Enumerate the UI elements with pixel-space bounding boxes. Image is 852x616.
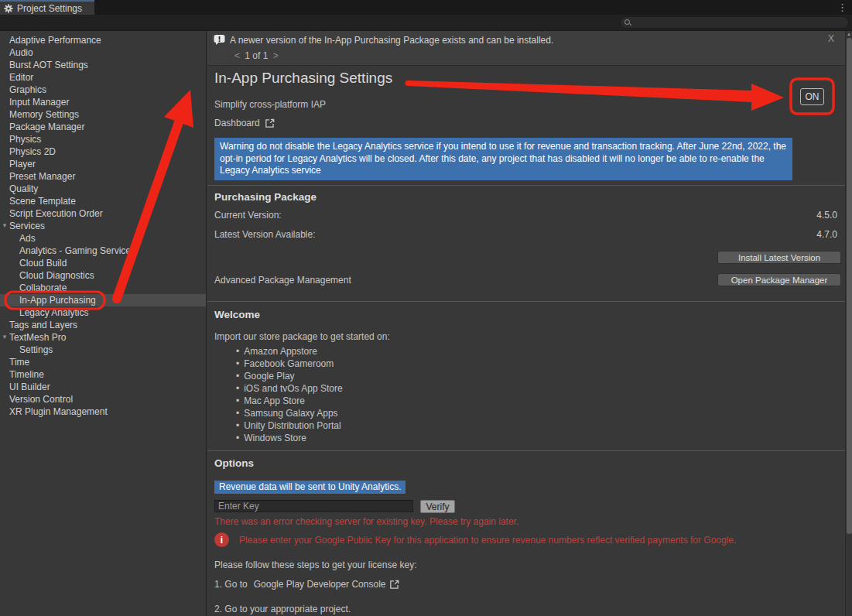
bullet-icon: •	[236, 420, 239, 431]
welcome-intro: Import our store package to get started …	[214, 331, 390, 342]
vertical-scrollbar[interactable]: ▲	[845, 31, 852, 616]
sidebar-item-adaptive-performance[interactable]: Adaptive Performance	[0, 34, 206, 46]
sidebar-item-package-manager[interactable]: Package Manager	[0, 121, 206, 133]
google-play-console-link[interactable]: Google Play Developer Console	[254, 579, 386, 590]
expander-icon[interactable]: ▼	[2, 220, 8, 232]
list-item: •Unity Distribution Portal	[236, 419, 343, 432]
sidebar-item-input-manager[interactable]: Input Manager	[0, 96, 206, 108]
install-latest-version-button[interactable]: Install Latest Version	[717, 251, 841, 264]
section-divider	[207, 185, 845, 186]
section-divider	[207, 450, 845, 451]
step-2: 2. Go to your appropriate project.	[214, 604, 351, 614]
bullet-icon: •	[236, 371, 239, 382]
list-item: •Facebook Gameroom	[236, 358, 343, 370]
steps-intro: Please follow these steps to get your li…	[214, 560, 416, 570]
sidebar-item-timeline[interactable]: Timeline	[0, 368, 206, 381]
search-input[interactable]	[631, 17, 848, 28]
sidebar-item-physics[interactable]: Physics	[0, 133, 206, 145]
current-version-value: 4.5.0	[816, 210, 837, 221]
console-warning-icon	[214, 34, 225, 46]
gear-icon	[4, 4, 13, 13]
sidebar-item-time[interactable]: Time	[0, 356, 206, 368]
sidebar-item-services[interactable]: ▼Services	[0, 220, 206, 232]
sidebar-item-legacy-analytics[interactable]: Legacy Analytics	[0, 306, 206, 319]
search-icon	[624, 19, 631, 26]
sidebar-item-cloud-build[interactable]: Cloud Build	[0, 257, 206, 269]
bullet-icon: •	[236, 408, 239, 419]
scroll-up-icon[interactable]: ▲	[846, 32, 852, 36]
banner-message: A newer version of the In-App Purchasing…	[230, 35, 553, 46]
sidebar-item-audio[interactable]: Audio	[0, 46, 206, 59]
sidebar-item-ui-builder[interactable]: UI Builder	[0, 381, 206, 393]
latest-version-row: Latest Version Available: 4.7.0	[214, 229, 837, 241]
main-panel: A newer version of the In-App Purchasing…	[207, 31, 852, 616]
tab-project-settings[interactable]: Project Settings	[0, 0, 94, 15]
sidebar-item-graphics[interactable]: Graphics	[0, 84, 206, 96]
list-item: •Mac App Store	[236, 395, 343, 407]
service-toggle-on-button[interactable]: ON	[800, 88, 824, 105]
store-list: •Amazon Appstore •Facebook Gameroom •Goo…	[236, 345, 343, 444]
verify-button[interactable]: Verify	[420, 500, 455, 513]
bullet-icon: •	[236, 358, 239, 369]
list-item: •Amazon Appstore	[236, 345, 343, 358]
sidebar-item-preset-manager[interactable]: Preset Manager	[0, 170, 206, 183]
sidebar-item-editor[interactable]: Editor	[0, 71, 206, 84]
license-key-input[interactable]	[214, 500, 413, 512]
sidebar-item-tmp-settings[interactable]: Settings	[0, 344, 206, 356]
sidebar-item-burst-aot[interactable]: Burst AOT Settings	[0, 59, 206, 71]
search-box[interactable]	[620, 16, 849, 29]
next-page-chevron[interactable]: >	[271, 50, 281, 61]
page-title: In-App Purchasing Settings	[214, 70, 392, 87]
purchasing-package-title: Purchasing Package	[214, 191, 317, 203]
sidebar-item-ads[interactable]: Ads	[0, 232, 206, 245]
current-version-row: Current Version: 4.5.0	[214, 210, 837, 222]
analytics-notice-badge: Revenue data will be sent to Unity Analy…	[214, 481, 405, 494]
sidebar-item-in-app-purchasing[interactable]: In-App Purchasing	[0, 294, 206, 306]
sidebar-item-xr-plugin-management[interactable]: XR Plugin Management	[0, 406, 206, 418]
step-1-prefix: 1. Go to	[214, 579, 248, 590]
google-key-warning: Please enter your Google Public Key for …	[239, 535, 837, 546]
banner-pager: < 1 of 1 >	[232, 50, 281, 61]
open-package-manager-button[interactable]: Open Package Manager	[717, 273, 841, 286]
external-link-icon	[389, 580, 399, 590]
page-indicator: 1 of 1	[245, 50, 268, 61]
advanced-package-label: Advanced Package Management	[214, 275, 351, 286]
sidebar-item-quality[interactable]: Quality	[0, 183, 206, 195]
section-divider	[207, 301, 845, 302]
dashboard-link[interactable]: Dashboard	[214, 118, 275, 128]
latest-version-value: 4.7.0	[816, 229, 837, 240]
sidebar-item-script-execution-order[interactable]: Script Execution Order	[0, 207, 206, 220]
update-banner: A newer version of the In-App Purchasing…	[207, 31, 845, 66]
sidebar-item-version-control[interactable]: Version Control	[0, 393, 206, 406]
current-version-label: Current Version:	[214, 210, 282, 221]
sidebar-item-memory-settings[interactable]: Memory Settings	[0, 108, 206, 121]
sidebar-item-physics-2d[interactable]: Physics 2D	[0, 145, 206, 158]
sidebar-item-analytics-gaming-services[interactable]: Analytics - Gaming Services	[0, 245, 206, 257]
expander-icon[interactable]: ▼	[2, 331, 8, 344]
step-1: 1. Go to Google Play Developer Console	[214, 579, 399, 590]
sidebar-item-player[interactable]: Player	[0, 158, 206, 170]
options-title: Options	[214, 457, 254, 469]
kebab-menu-icon[interactable]: ⋮	[837, 1, 847, 14]
sidebar-item-cloud-diagnostics[interactable]: Cloud Diagnostics	[0, 269, 206, 282]
sidebar-item-collaborate[interactable]: Collaborate	[0, 282, 206, 294]
list-item: •iOS and tvOs App Store	[236, 382, 343, 395]
server-error-text: There was an error checking server for e…	[214, 516, 518, 527]
settings-toolbar	[0, 15, 852, 31]
bullet-icon: •	[236, 346, 239, 357]
project-settings-window: Project Settings ⋮ Adaptive Performance …	[0, 0, 852, 616]
close-icon[interactable]: X	[828, 33, 834, 44]
tab-bar: Project Settings ⋮	[0, 0, 852, 15]
list-item: •Google Play	[236, 370, 343, 382]
legacy-analytics-warning: Warning do not disable the Legacy Analyt…	[214, 138, 792, 180]
tab-title: Project Settings	[17, 3, 82, 14]
sidebar-item-textmesh-pro[interactable]: ▼TextMesh Pro	[0, 331, 206, 344]
scrollbar-thumb[interactable]	[847, 38, 852, 534]
bullet-icon: •	[236, 395, 239, 406]
settings-sidebar: Adaptive Performance Audio Burst AOT Set…	[0, 31, 207, 616]
page-subtitle: Simplify cross-platform IAP	[214, 99, 326, 110]
bullet-icon: •	[236, 383, 239, 394]
sidebar-item-tags-and-layers[interactable]: Tags and Layers	[0, 319, 206, 331]
sidebar-item-scene-template[interactable]: Scene Template	[0, 195, 206, 207]
prev-page-chevron[interactable]: <	[232, 50, 242, 61]
